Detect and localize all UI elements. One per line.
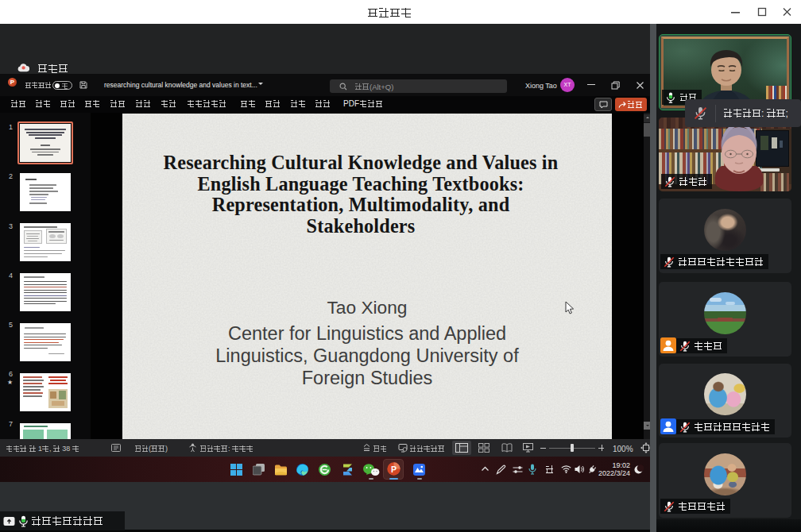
svg-text:P: P bbox=[391, 465, 397, 474]
